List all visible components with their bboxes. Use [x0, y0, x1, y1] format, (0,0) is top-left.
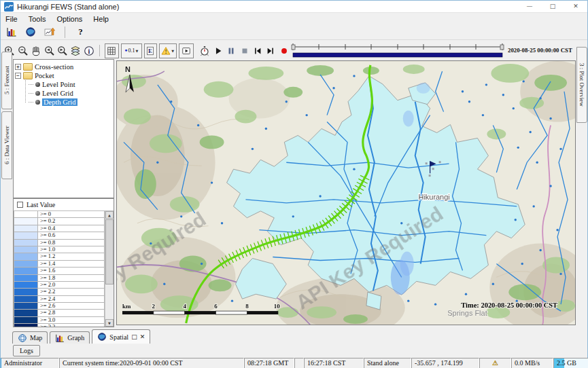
sidebar-tab-forecast[interactable]: 5 : Forecast [1, 52, 12, 109]
help-icon[interactable]: ? [73, 24, 88, 40]
timeline-right-handle[interactable] [500, 45, 504, 50]
play-icon[interactable] [211, 43, 224, 59]
bar-chart-icon [55, 333, 65, 343]
toolbar-separator [99, 45, 100, 56]
legend-row[interactable]: >= 3.2 [14, 324, 105, 327]
tree-item-depth-grid[interactable]: Depth Grid [23, 98, 112, 107]
statusbar-local-time: 16:27:18 CST [304, 358, 364, 368]
logs-button[interactable]: Logs [13, 345, 40, 356]
tree-connector [29, 93, 33, 94]
tab-close-icon[interactable]: ✕ [140, 333, 145, 340]
sidebar-tab-label: 6 : Data Viewer [3, 126, 10, 165]
tree-connector [25, 79, 26, 103]
timeline-period-bar[interactable] [293, 53, 502, 57]
legend-row[interactable]: >= 1.4 [14, 261, 105, 268]
statusbar-warning-icon[interactable]: ⚠ [479, 358, 511, 368]
legend-row[interactable]: >= 0.2 [14, 218, 105, 225]
record-icon[interactable] [278, 43, 290, 59]
globe-wire-icon [18, 333, 27, 343]
tab-spatial[interactable]: Spatial □ ✕ [92, 329, 150, 344]
legend-row[interactable]: >= 2.4 [14, 296, 105, 303]
legend-row[interactable]: >= 2.0 [14, 282, 105, 289]
class-scale-dropdown[interactable]: ● 0.1 ▼ [121, 43, 143, 58]
warning-dropdown-icon[interactable]: ▼ [159, 43, 177, 58]
spatial-globe-icon[interactable] [23, 24, 37, 40]
info-icon[interactable] [83, 43, 95, 59]
legend-scrollbar[interactable]: ▲ ▼ [105, 211, 114, 327]
tree-item-label: Cross-section [35, 63, 73, 71]
stop-icon[interactable] [238, 43, 250, 59]
legend-row[interactable]: >= 0.6 [14, 232, 105, 239]
legend-row[interactable]: >= 1.2 [14, 253, 105, 260]
legend-row[interactable]: >= 2.2 [14, 289, 105, 295]
zoom-out-icon[interactable] [16, 43, 29, 59]
previous-step-icon[interactable] [252, 43, 264, 59]
scale-value: 0.1 [128, 48, 135, 54]
scale-tick-label: 2 [152, 303, 156, 310]
menu-tools[interactable]: Tools [29, 15, 46, 23]
bullet-icon [35, 82, 40, 87]
sidebar-tab-plot-overview[interactable]: 3 : Plot Overview [576, 47, 587, 123]
app-logo-icon [4, 2, 14, 12]
movie-export-icon[interactable] [179, 43, 194, 58]
legend-row[interactable]: >= 2.6 [14, 303, 105, 310]
menu-bar: File Tools Options Help [1, 13, 587, 24]
tab-map[interactable]: Map [12, 331, 48, 344]
zoom-next-icon[interactable] [56, 43, 69, 59]
display-tab-bar: Map Graph Spatial □ ✕ [12, 329, 150, 344]
tab-restore-icon[interactable]: □ [131, 333, 137, 340]
tree-item-cross-section[interactable]: + Cross-section [15, 62, 112, 71]
pan-hand-icon[interactable] [30, 43, 42, 59]
legend-row[interactable]: >= 3.0 [14, 317, 105, 324]
close-button[interactable]: ✕ [564, 1, 587, 12]
legend-row[interactable]: >= 1.0 [14, 246, 105, 253]
legend-row[interactable]: >= 0 [14, 211, 105, 218]
legend-swatch [14, 218, 38, 225]
legend-row[interactable]: >= 0.8 [14, 240, 105, 246]
menu-options[interactable]: Options [56, 15, 82, 23]
animation-settings-icon[interactable] [198, 43, 211, 59]
tree-item-level-point[interactable]: Level Point [23, 80, 112, 89]
legend-row[interactable]: >= 1.6 [14, 268, 105, 274]
tab-graph[interactable]: Graph [50, 331, 90, 344]
grid-icon[interactable] [105, 43, 118, 58]
label-toggle-icon[interactable] [144, 43, 157, 58]
menu-help[interactable]: Help [93, 15, 109, 23]
legend-row[interactable]: >= 0.4 [14, 225, 105, 232]
map-viewport[interactable]: API Key Required API Key Required N km 2 [116, 60, 576, 325]
last-value-checkbox[interactable] [17, 202, 23, 208]
application-window: Hikurangi FEWS (Stand alone) — □ ✕ File … [0, 0, 588, 368]
sidebar-tab-data-viewer[interactable]: 6 : Data Viewer [1, 111, 12, 179]
layer-tree-panel: + Cross-section − Pocket Level Point Lev… [13, 59, 114, 198]
zoom-previous-icon[interactable] [43, 43, 55, 59]
timeline-left-handle[interactable] [292, 45, 295, 50]
layers-icon[interactable] [69, 43, 82, 59]
legend-swatch [14, 296, 38, 303]
menu-file[interactable]: File [5, 15, 18, 23]
pause-icon[interactable] [225, 43, 237, 59]
scroll-up-icon[interactable]: ▲ [105, 211, 114, 219]
timeline-slider[interactable] [290, 42, 505, 60]
legend-swatch [14, 310, 38, 316]
scale-tick-label: 6 [214, 303, 218, 310]
tree-item-pocket[interactable]: − Pocket [15, 71, 112, 80]
timeseries-bars-icon[interactable] [4, 24, 18, 40]
titlebar[interactable]: Hikurangi FEWS (Stand alone) — □ ✕ [1, 1, 587, 13]
expander-icon[interactable]: − [15, 73, 21, 79]
scale-tick-label: 10 [274, 303, 280, 310]
maximize-button[interactable]: □ [541, 1, 564, 12]
minimize-button[interactable]: — [518, 1, 541, 12]
last-value-label: Last Value [27, 201, 55, 208]
svg-text:N: N [125, 65, 131, 73]
timeseries-import-icon[interactable] [42, 24, 56, 40]
scrollbar-thumb[interactable] [105, 219, 114, 284]
tree-item-level-grid[interactable]: Level Grid [23, 89, 112, 98]
scroll-down-icon[interactable]: ▼ [105, 319, 114, 327]
legend-row[interactable]: >= 2.8 [14, 310, 105, 316]
legend-swatch [14, 282, 38, 289]
map-time-label: Time: 2020-08-25 00:00:00 CST [461, 301, 557, 309]
expander-icon[interactable]: + [15, 64, 21, 70]
legend-row[interactable]: >= 1.8 [14, 275, 105, 282]
scale-unit-label: km [122, 303, 131, 310]
next-step-icon[interactable] [264, 43, 277, 59]
